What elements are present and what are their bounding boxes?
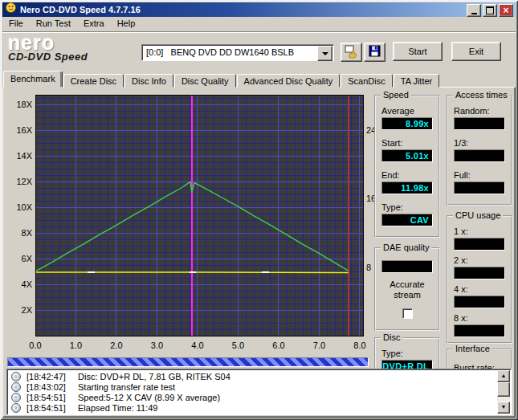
log-panel: [18:42:47] Disc: DVD+R DL, 7.81 GB, RITE… bbox=[6, 369, 512, 415]
log-row[interactable]: [18:42:47] Disc: DVD+R DL, 7.81 GB, RITE… bbox=[9, 371, 496, 381]
log-text: Elapsed Time: 11:49 bbox=[78, 403, 157, 413]
disc-icon bbox=[11, 393, 21, 402]
svg-text:4X: 4X bbox=[22, 279, 33, 289]
average-label: Average bbox=[381, 106, 414, 116]
start-button[interactable]: Start bbox=[393, 42, 443, 61]
tab-create-disc[interactable]: Create Disc bbox=[63, 74, 124, 88]
full-label: Full: bbox=[454, 170, 471, 180]
scrollbar-up-icon[interactable]: ▲ bbox=[497, 370, 510, 382]
disc-icon bbox=[11, 372, 21, 381]
tab-benchmark[interactable]: Benchmark bbox=[3, 71, 63, 88]
disc-group-legend: Disc bbox=[381, 332, 402, 343]
close-icon: × bbox=[503, 6, 508, 14]
tab-scandisc[interactable]: ScanDisc bbox=[341, 74, 392, 88]
app-window: Nero CD-DVD Speed 4.7.7.16 × File Run Te… bbox=[0, 0, 518, 420]
menu-help[interactable]: Help bbox=[111, 17, 142, 31]
svg-text:6X: 6X bbox=[22, 254, 33, 263]
speed-type-value: CAV bbox=[381, 214, 433, 226]
log-row[interactable]: [18:54:51] Elapsed Time: 11:49 bbox=[9, 402, 496, 413]
random-value bbox=[454, 117, 505, 130]
cpu-4x-label: 4 x: bbox=[454, 284, 468, 294]
tab-bar: Benchmark Create Disc Disc Info Disc Qua… bbox=[3, 71, 440, 88]
access-times-group: Access times Random: 1/3: Full: bbox=[447, 95, 512, 206]
menu-run-test[interactable]: Run Test bbox=[30, 17, 77, 31]
svg-text:1.0: 1.0 bbox=[70, 340, 82, 350]
dae-quality-legend: DAE quality bbox=[381, 243, 431, 253]
drive-combobox-value: [0:0] BENQ DVD DD DW1640 BSLB bbox=[146, 47, 294, 57]
svg-text:8: 8 bbox=[366, 263, 371, 272]
speed-type-label: Type: bbox=[381, 202, 403, 212]
svg-text:14X: 14X bbox=[16, 151, 32, 161]
exit-button[interactable]: Exit bbox=[451, 42, 501, 61]
titlebar: Nero CD-DVD Speed 4.7.7.16 × bbox=[2, 2, 516, 17]
log-time: [18:54:51] bbox=[27, 403, 78, 413]
end-value: 11.98x bbox=[381, 181, 433, 194]
accurate-stream-label: Accurate stream bbox=[379, 279, 435, 300]
nero-logo: nero CD-DVD Speed bbox=[8, 33, 137, 63]
menu-file[interactable]: File bbox=[2, 17, 30, 31]
svg-text:2X: 2X bbox=[22, 305, 33, 315]
drive-combobox[interactable]: [0:0] BENQ DVD DD DW1640 BSLB bbox=[141, 44, 334, 61]
scrollbar-thumb[interactable] bbox=[497, 382, 510, 397]
cpu-4x-value bbox=[454, 296, 505, 308]
tab-disc-quality[interactable]: Disc Quality bbox=[174, 74, 236, 88]
cpu-usage-group: CPU usage 1 x: 2 x: 4 x: 8 x: bbox=[447, 215, 512, 344]
one-third-label: 1/3: bbox=[454, 138, 468, 148]
copy-button[interactable] bbox=[341, 43, 362, 62]
disc-type-label: Type: bbox=[381, 349, 403, 358]
average-value: 8.99x bbox=[381, 117, 433, 130]
log-row[interactable]: [18:43:02] Starting transfer rate test bbox=[9, 381, 496, 392]
svg-text:3.0: 3.0 bbox=[151, 340, 163, 350]
log-time: [18:43:02] bbox=[27, 382, 78, 392]
log-text: Starting transfer rate test bbox=[78, 382, 175, 392]
svg-text:8.0: 8.0 bbox=[353, 340, 365, 350]
svg-text:18X: 18X bbox=[16, 100, 32, 109]
svg-text:10X: 10X bbox=[16, 202, 32, 212]
accurate-stream-checkbox[interactable] bbox=[402, 308, 413, 319]
save-button[interactable] bbox=[364, 43, 385, 62]
svg-text:6.0: 6.0 bbox=[272, 340, 284, 350]
cd-dvd-speed-logo-text: CD-DVD Speed bbox=[8, 51, 137, 63]
log-time: [18:54:51] bbox=[27, 393, 78, 402]
one-third-value bbox=[454, 149, 505, 162]
svg-text:2.0: 2.0 bbox=[110, 340, 122, 350]
start-label: Start: bbox=[381, 138, 402, 148]
disc-icon bbox=[11, 403, 21, 413]
combo-dropdown-button[interactable] bbox=[317, 46, 332, 61]
interface-legend: Interface bbox=[453, 344, 492, 354]
tab-disc-info[interactable]: Disc Info bbox=[124, 74, 173, 88]
svg-text:5.0: 5.0 bbox=[232, 340, 244, 350]
log-text: Speed:5-12 X CAV (8.99 X average) bbox=[78, 393, 220, 402]
menubar: File Run Test Extra Help bbox=[2, 17, 516, 31]
svg-text:8X: 8X bbox=[22, 228, 33, 238]
end-label: End: bbox=[381, 170, 400, 180]
window-title: Nero CD-DVD Speed 4.7.7.16 bbox=[20, 2, 141, 17]
log-scrollbar[interactable]: ▲ ▼ bbox=[497, 370, 510, 414]
benchmark-chart: 2X4X6X8X10X12X14X16X18X0.01.02.03.04.05.… bbox=[5, 90, 381, 360]
svg-text:12X: 12X bbox=[16, 177, 32, 186]
log-time: [18:42:47] bbox=[27, 372, 78, 381]
scrollbar-down-icon[interactable]: ▼ bbox=[497, 402, 510, 414]
svg-text:16X: 16X bbox=[16, 125, 32, 135]
log-list: [18:42:47] Disc: DVD+R DL, 7.81 GB, RITE… bbox=[9, 371, 496, 413]
minimize-button[interactable] bbox=[467, 4, 481, 17]
maximize-icon bbox=[486, 6, 494, 14]
close-button[interactable]: × bbox=[499, 4, 513, 17]
cpu-1x-value bbox=[454, 238, 505, 251]
cpu-2x-value bbox=[454, 267, 505, 279]
progress-bar bbox=[7, 357, 369, 367]
svg-text:4.0: 4.0 bbox=[191, 340, 203, 350]
tab-advanced-disc-quality[interactable]: Advanced Disc Quality bbox=[237, 74, 341, 88]
access-times-legend: Access times bbox=[453, 90, 510, 100]
cpu-8x-value bbox=[454, 324, 505, 337]
log-row[interactable]: [18:54:51] Speed:5-12 X CAV (8.99 X aver… bbox=[9, 392, 496, 402]
tab-ta-jitter[interactable]: TA Jitter bbox=[394, 74, 440, 88]
menu-extra[interactable]: Extra bbox=[77, 17, 111, 31]
nero-logo-text: nero bbox=[8, 33, 137, 52]
cpu-2x-label: 2 x: bbox=[454, 255, 468, 265]
log-text: Disc: DVD+R DL, 7.81 GB, RITEK S04 bbox=[78, 372, 230, 381]
random-label: Random: bbox=[454, 106, 490, 116]
chevron-down-icon bbox=[322, 52, 328, 59]
svg-text:7.0: 7.0 bbox=[313, 340, 325, 350]
maximize-button[interactable] bbox=[483, 4, 497, 17]
